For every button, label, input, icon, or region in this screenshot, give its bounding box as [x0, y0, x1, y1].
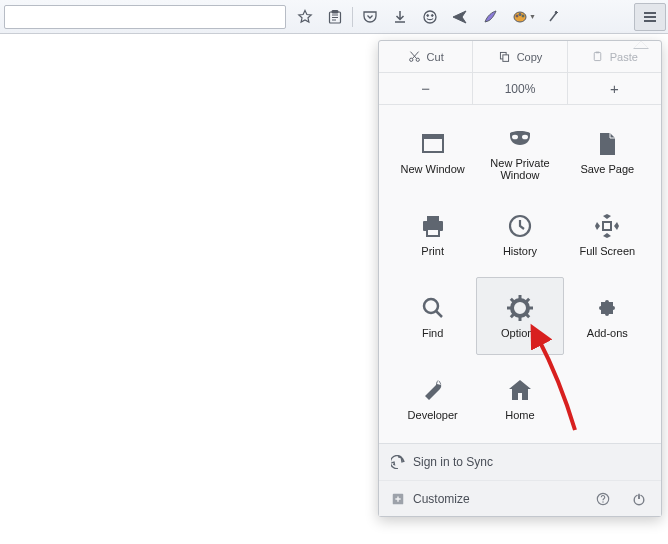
feather-icon[interactable] — [475, 3, 505, 31]
sign-in-sync-button[interactable]: Sign in to Sync — [379, 444, 661, 480]
svg-rect-23 — [603, 222, 611, 230]
history-label: History — [503, 245, 537, 257]
print-label: Print — [421, 245, 444, 257]
svg-point-7 — [519, 13, 521, 15]
gear-icon — [505, 293, 535, 323]
sync-icon — [391, 455, 405, 469]
history-button[interactable]: History — [476, 195, 563, 273]
full-screen-label: Full Screen — [580, 245, 636, 257]
zoom-value: 100% — [473, 73, 567, 104]
options-button[interactable]: Options — [476, 277, 563, 355]
puzzle-icon — [592, 293, 622, 323]
svg-rect-21 — [427, 229, 439, 236]
svg-point-17 — [512, 135, 518, 140]
svg-point-36 — [602, 501, 603, 502]
plus-icon: + — [610, 80, 619, 97]
svg-rect-1 — [332, 10, 338, 13]
panel-footer: Sign in to Sync Customize — [379, 443, 661, 516]
print-button[interactable]: Print — [389, 195, 476, 273]
addons-button[interactable]: Add-ons — [564, 277, 651, 355]
copy-label: Copy — [517, 51, 543, 63]
search-icon — [418, 293, 448, 323]
window-icon — [418, 129, 448, 159]
send-icon[interactable] — [445, 3, 475, 31]
svg-point-24 — [424, 299, 438, 313]
main-toolbar: ▼ — [0, 0, 668, 34]
customize-row: Customize — [379, 480, 661, 516]
customize-label: Customize — [413, 492, 470, 506]
zoom-row: − 100% + — [379, 73, 661, 105]
home-label: Home — [505, 409, 534, 421]
scissors-icon — [408, 50, 421, 63]
quit-button[interactable] — [629, 492, 649, 506]
wrench-icon — [418, 375, 448, 405]
paste-icon — [591, 50, 604, 63]
developer-label: Developer — [408, 409, 458, 421]
svg-point-8 — [522, 15, 524, 17]
save-page-label: Save Page — [580, 163, 634, 175]
pocket-icon[interactable] — [355, 3, 385, 31]
svg-rect-19 — [427, 216, 439, 221]
svg-point-9 — [409, 58, 412, 61]
zoom-out-button[interactable]: − — [379, 73, 473, 104]
menu-panel: Cut Copy Paste − 100% + New Window New P… — [378, 40, 662, 517]
options-label: Options — [501, 327, 539, 339]
edit-row: Cut Copy Paste — [379, 41, 661, 73]
svg-point-6 — [516, 15, 518, 17]
developer-button[interactable]: Developer — [389, 359, 476, 437]
find-label: Find — [422, 327, 443, 339]
fullscreen-icon — [592, 211, 622, 241]
home-icon — [505, 375, 535, 405]
help-button[interactable] — [593, 492, 613, 506]
customize-button[interactable]: Customize — [391, 492, 470, 506]
full-screen-button[interactable]: Full Screen — [564, 195, 651, 273]
cut-label: Cut — [427, 51, 444, 63]
svg-rect-28 — [528, 307, 533, 310]
dropdown-caret-icon[interactable]: ▼ — [529, 13, 539, 20]
printer-icon — [418, 211, 448, 241]
cut-button[interactable]: Cut — [379, 41, 473, 72]
svg-point-4 — [431, 14, 433, 16]
new-window-button[interactable]: New Window — [389, 113, 476, 191]
new-window-label: New Window — [401, 163, 465, 175]
footer-right-icons — [593, 492, 649, 506]
zoom-in-button[interactable]: + — [568, 73, 661, 104]
svg-rect-14 — [596, 52, 599, 54]
addons-label: Add-ons — [587, 327, 628, 339]
new-private-window-button[interactable]: New Private Window — [476, 113, 563, 191]
power-icon — [632, 492, 646, 506]
smiley-icon[interactable] — [415, 3, 445, 31]
sync-label: Sign in to Sync — [413, 455, 493, 469]
svg-rect-12 — [503, 55, 509, 62]
downloads-icon[interactable] — [385, 3, 415, 31]
copy-icon — [498, 50, 511, 63]
reading-list-icon[interactable] — [320, 3, 350, 31]
wand-icon[interactable] — [539, 3, 569, 31]
save-page-button[interactable]: Save Page — [564, 113, 651, 191]
minus-icon: − — [421, 80, 430, 97]
copy-button[interactable]: Copy — [473, 41, 567, 72]
home-button[interactable]: Home — [476, 359, 563, 437]
svg-rect-13 — [594, 52, 601, 60]
bookmark-star-icon[interactable] — [290, 3, 320, 31]
svg-point-18 — [522, 135, 528, 140]
svg-point-10 — [416, 58, 419, 61]
svg-rect-26 — [518, 316, 521, 321]
svg-point-2 — [424, 11, 436, 23]
menu-grid: New Window New Private Window Save Page … — [379, 105, 661, 443]
new-private-window-label: New Private Window — [477, 157, 562, 181]
clock-icon — [505, 211, 535, 241]
help-icon — [596, 492, 610, 506]
page-icon — [592, 129, 622, 159]
svg-rect-27 — [507, 307, 512, 310]
paste-button[interactable]: Paste — [568, 41, 661, 72]
svg-rect-25 — [518, 295, 521, 300]
plus-square-icon — [391, 492, 405, 506]
toolbar-icons: ▼ — [290, 3, 569, 31]
hamburger-menu-button[interactable] — [634, 3, 666, 31]
find-button[interactable]: Find — [389, 277, 476, 355]
mask-icon — [505, 123, 535, 153]
svg-point-33 — [516, 304, 524, 312]
svg-point-3 — [427, 14, 429, 16]
address-bar[interactable] — [4, 5, 286, 29]
